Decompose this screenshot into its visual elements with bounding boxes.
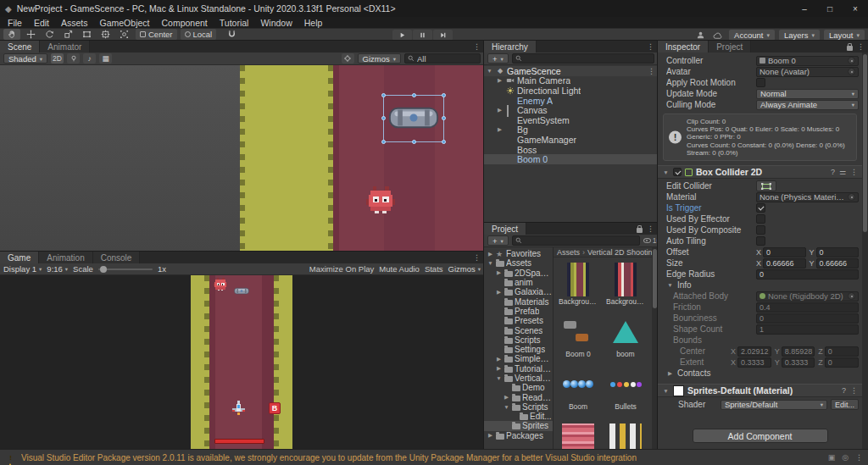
scale-slider-thumb[interactable] xyxy=(100,266,107,273)
shading-mode-dropdown[interactable]: Shaded xyxy=(3,53,47,64)
menu-edit[interactable]: Edit xyxy=(28,17,55,28)
used-by-composite-checkbox[interactable] xyxy=(756,225,765,235)
project-search-field[interactable] xyxy=(512,235,640,246)
expand-arrow[interactable] xyxy=(495,375,503,381)
status-message[interactable]: Visual Studio Editor Package version 2.0… xyxy=(21,453,823,462)
hierarchy-item-canvas[interactable]: Canvas xyxy=(484,105,658,115)
tab-project[interactable]: Project xyxy=(484,223,526,235)
tab-game[interactable]: Game xyxy=(0,252,39,263)
scene-viewport[interactable] xyxy=(0,65,484,252)
pause-button[interactable] xyxy=(413,30,432,41)
selection-handle[interactable] xyxy=(381,140,386,144)
orientation-local-button[interactable]: Local xyxy=(181,29,217,40)
offset-x-field[interactable]: 0 xyxy=(763,247,805,257)
tab-inspector[interactable]: Inspector xyxy=(658,41,709,53)
scene-root-row[interactable]: ◆ GameScence ⋮ xyxy=(484,66,658,76)
tool-settings-icon[interactable] xyxy=(342,53,354,64)
favorites-item[interactable]: ★ Favorites xyxy=(484,249,553,258)
folder-item[interactable]: Demo xyxy=(484,383,553,392)
contacts-foldout-row[interactable]: Contacts xyxy=(658,368,862,379)
folder-item[interactable]: SimplePixel... xyxy=(484,354,553,363)
grid-snap-button[interactable] xyxy=(223,29,240,40)
menu-tutorial[interactable]: Tutorial xyxy=(214,17,255,28)
asset-item[interactable] xyxy=(606,420,645,449)
expand-arrow[interactable] xyxy=(666,282,674,288)
menu-gameobject[interactable]: GameObject xyxy=(94,17,156,28)
project-menu-icon[interactable]: ⋮ xyxy=(647,224,654,233)
create-asset-button[interactable]: + xyxy=(487,235,509,246)
scale-tool-button[interactable] xyxy=(59,29,76,40)
breadcrumb-root[interactable]: Assets xyxy=(557,248,580,257)
expand-arrow[interactable] xyxy=(487,432,494,439)
folder-item[interactable]: ReadMe xyxy=(484,392,553,401)
game-gizmos-dropdown[interactable]: Gizmos xyxy=(448,264,481,274)
info-foldout-row[interactable]: Info xyxy=(658,280,862,291)
close-button[interactable]: × xyxy=(843,0,868,17)
asset-item[interactable]: Backgroun... xyxy=(559,263,598,306)
stats-button[interactable]: Stats xyxy=(425,264,443,274)
component-enabled-checkbox[interactable] xyxy=(673,168,682,176)
expand-arrow[interactable] xyxy=(495,356,503,363)
layers-dropdown[interactable]: Layers xyxy=(779,30,820,41)
cloud-icon[interactable] xyxy=(711,30,725,41)
controller-object-field[interactable]: Boom 0 xyxy=(756,56,859,66)
menu-help[interactable]: Help xyxy=(298,17,329,28)
selection-handle[interactable] xyxy=(442,140,446,144)
hierarchy-search-input[interactable] xyxy=(525,54,651,64)
folder-item[interactable]: Galaxia Spr... xyxy=(484,287,553,296)
lighting-toggle-button[interactable] xyxy=(67,53,80,64)
folder-item[interactable]: Settings xyxy=(484,345,553,354)
move-tool-button[interactable] xyxy=(22,29,39,40)
scene-search-input[interactable] xyxy=(417,54,477,64)
account-dropdown[interactable]: Account xyxy=(729,30,775,41)
asset-item[interactable]: Bullets xyxy=(606,368,645,411)
hierarchy-item-eventsystem[interactable]: EventSystem xyxy=(484,115,658,125)
maximize-on-play-button[interactable]: Maximize On Play xyxy=(309,264,375,274)
project-scrollbar[interactable] xyxy=(652,247,658,449)
selection-handle[interactable] xyxy=(442,116,446,120)
scene-options-icon[interactable]: ⋮ xyxy=(648,67,658,75)
object-picker-icon[interactable] xyxy=(848,193,855,201)
auto-tiling-checkbox[interactable] xyxy=(756,236,765,246)
object-picker-icon[interactable] xyxy=(848,57,855,64)
avatar-object-field[interactable]: None (Avatar) xyxy=(756,67,859,77)
hierarchy-item-gamemanager[interactable]: GameManager xyxy=(484,135,658,145)
scrollbar-thumb[interactable] xyxy=(863,54,867,232)
asset-item[interactable] xyxy=(559,420,598,449)
hierarchy-item-boss[interactable]: Boss xyxy=(484,145,658,155)
folder-item[interactable]: Scripts xyxy=(484,402,553,412)
edge-radius-field[interactable]: 0 xyxy=(756,269,859,280)
minimize-button[interactable]: – xyxy=(792,0,817,17)
hierarchy-search-field[interactable] xyxy=(512,53,654,64)
offset-y-field[interactable]: 0 xyxy=(816,247,859,257)
expand-arrow[interactable] xyxy=(487,260,494,266)
scrollbar-thumb[interactable] xyxy=(653,249,657,308)
step-button[interactable] xyxy=(433,30,453,41)
box-collider-header[interactable]: Box Collider 2D ? ⚌ ⋮ xyxy=(658,165,862,179)
lock-icon[interactable] xyxy=(637,228,643,233)
2d-toggle-button[interactable]: 2D xyxy=(51,53,64,64)
menu-assets[interactable]: Assets xyxy=(55,17,94,28)
folder-item[interactable]: TutorialInfo xyxy=(484,364,553,374)
tab-animation[interactable]: Animation xyxy=(39,252,92,263)
apply-root-motion-checkbox[interactable] xyxy=(756,78,765,87)
expand-arrow[interactable] xyxy=(486,68,493,74)
display-dropdown[interactable]: Display 1 xyxy=(3,264,42,274)
tab-project-docked[interactable]: Project xyxy=(709,41,751,53)
culling-mode-dropdown[interactable]: Always Animate xyxy=(756,100,859,110)
shader-dropdown[interactable]: Sprites/Default xyxy=(721,400,827,410)
breadcrumb-current[interactable]: Vertical 2D Shooting B... xyxy=(587,248,658,257)
component-menu-icon[interactable]: ⋮ xyxy=(850,168,858,176)
lock-icon[interactable] xyxy=(847,46,853,51)
component-menu-icon[interactable]: ⋮ xyxy=(850,386,858,395)
expand-arrow[interactable] xyxy=(495,289,503,296)
material-section-header[interactable]: Sprites-Default (Material) ? ⋮ xyxy=(658,384,862,397)
hierarchy-menu-icon[interactable]: ⋮ xyxy=(647,42,654,51)
effects-dropdown-button[interactable]: ▦ xyxy=(99,53,112,64)
expand-arrow[interactable] xyxy=(496,126,504,133)
expand-arrow[interactable] xyxy=(495,365,503,372)
tab-animator[interactable]: Animator xyxy=(40,41,90,53)
hierarchy-item-enemy-a[interactable]: Enemy A xyxy=(484,96,658,106)
selection-handle[interactable] xyxy=(412,140,416,144)
layout-dropdown[interactable]: Layout xyxy=(824,30,865,41)
